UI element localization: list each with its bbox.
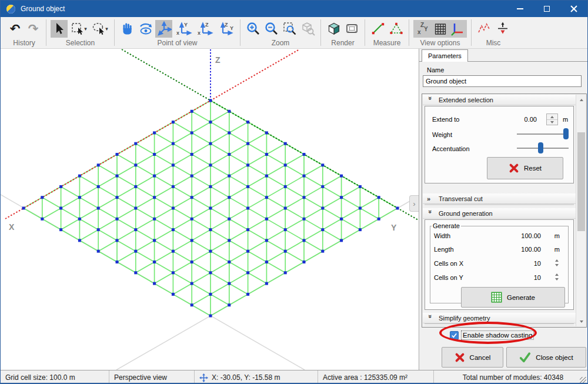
select-arrow-button[interactable] (51, 20, 68, 38)
section-header-ground-generation[interactable]: » Ground generation (423, 208, 576, 219)
orbit-view-button[interactable] (137, 20, 154, 38)
undo-button[interactable]: ↶ (6, 20, 24, 38)
triangle-down-icon (555, 264, 559, 266)
toggle-axes-button[interactable] (449, 20, 466, 38)
slider-track[interactable] (517, 133, 569, 135)
pan-hand-button[interactable] (119, 20, 136, 38)
panel-scrollbar[interactable] (576, 95, 586, 326)
tab-parameters[interactable]: Parameters (422, 49, 468, 62)
maximize-button[interactable] (533, 1, 560, 17)
double-chevron-right-icon: » (427, 195, 434, 202)
cells-on-x-value[interactable]: 10 (500, 260, 541, 267)
toolbar-separator (365, 19, 365, 46)
scrollbar-down-button[interactable] (576, 316, 586, 326)
zoom-in-icon (246, 21, 261, 36)
chevron-down-icon: ▾ (105, 26, 108, 32)
checkmark-icon (451, 332, 457, 339)
status-cursor-coords-cell: X: -30.05, Y: -15.58 m (195, 370, 318, 384)
rect-select-button[interactable]: ▾ (69, 20, 89, 38)
viewport-3d[interactable]: Z X Y › (1, 49, 419, 370)
window-title: Ground object (21, 5, 65, 13)
cells-on-y-value[interactable]: 10 (500, 274, 541, 281)
weight-slider[interactable] (517, 128, 569, 139)
resize-grip[interactable] (580, 377, 586, 383)
toolbar-group-label: View options (420, 39, 460, 47)
extend-to-label: Extend to (432, 116, 459, 123)
shadow-casting-checkbox[interactable] (450, 331, 459, 340)
redo-button[interactable]: ↷ (25, 20, 42, 38)
toolbar: ↶ ↷ History ▾ ▾ Selection (1, 17, 587, 49)
accentuation-slider-handle[interactable] (538, 142, 543, 153)
terrain-profile-button[interactable] (476, 20, 493, 38)
section-header-transversal-cut[interactable]: » Transversal cut (423, 193, 576, 204)
move-cursor-icon (199, 373, 208, 382)
zy-plane-icon: ZY (217, 21, 235, 36)
scrollbar-thumb[interactable] (577, 132, 585, 231)
zoom-window-button[interactable] (281, 20, 298, 38)
width-label: Width (434, 232, 450, 239)
measure-length-button[interactable] (369, 20, 386, 38)
extend-to-spinner[interactable] (546, 113, 558, 125)
view-xy-button[interactable]: xY (173, 20, 193, 38)
toolbar-group-label: Zoom (272, 39, 290, 47)
spinner-down-button[interactable] (547, 119, 557, 125)
length-unit: m (554, 246, 560, 253)
section-header-simplify-geometry[interactable]: » Simplify geometry (423, 313, 576, 323)
length-label: Length (434, 246, 454, 253)
zoom-extents-button[interactable] (299, 20, 316, 38)
minimize-button[interactable] (506, 1, 533, 17)
width-value[interactable]: 100.00 (500, 232, 541, 239)
viewport-canvas[interactable]: Z X Y (1, 49, 419, 370)
wireframe-box-icon (345, 21, 360, 36)
section-header-extended-selection[interactable]: » Extended selection (423, 95, 576, 105)
render-wireframe-button[interactable] (343, 20, 360, 38)
render-solid-button[interactable] (325, 20, 342, 38)
toggle-grid-button[interactable] (432, 20, 449, 38)
status-total-modules: Total number of modules: 40348 (463, 373, 563, 382)
cells-x-spinner[interactable] (555, 259, 559, 266)
panel-collapse-button[interactable]: › (409, 195, 419, 212)
reset-button[interactable]: Reset (487, 157, 563, 179)
axis-label-y: Y (391, 223, 397, 232)
section-title: Extended selection (439, 96, 493, 103)
profile-zigzag-icon (477, 21, 492, 36)
lasso-select-button[interactable]: ▾ (90, 20, 110, 38)
zoom-out-button[interactable] (263, 20, 280, 38)
toolbar-separator (471, 19, 472, 46)
move-axes-icon (156, 21, 172, 36)
zoom-extents-icon (300, 21, 316, 36)
toolbar-group-misc: Misc (472, 17, 514, 48)
toggle-axis-labels-button[interactable]: ZYx (415, 20, 432, 38)
close-object-button[interactable]: Close object (506, 347, 586, 368)
length-value[interactable]: 100.00 (500, 246, 541, 253)
generate-button[interactable]: Generate (461, 287, 565, 308)
name-input[interactable] (423, 75, 582, 87)
cells-y-spinner[interactable] (555, 273, 559, 281)
orbit-eye-icon (138, 21, 153, 36)
toolbar-group-point-of-view: xY xZ ZY Point of view (115, 17, 239, 48)
toolbar-group-history: ↶ ↷ History (3, 17, 45, 48)
minimize-icon (517, 8, 523, 9)
spinner-up-button[interactable] (547, 114, 557, 119)
measure-area-button[interactable] (387, 20, 405, 38)
view-xz-button[interactable]: xZ (195, 20, 215, 38)
ground-generation-box: Generate Width 100.00 m Length 100.00 m … (425, 219, 574, 310)
close-button[interactable] (560, 1, 587, 17)
toolbar-group-render: Render (322, 17, 364, 48)
view-zy-button[interactable]: ZY (216, 20, 236, 38)
xz-plane-icon: xZ (196, 21, 213, 36)
zoom-in-button[interactable] (245, 20, 262, 38)
extend-to-value[interactable]: 0.00 (496, 116, 537, 123)
accentuation-label: Accentuation (432, 145, 470, 152)
shadow-casting-row[interactable]: Enable shadow casting (450, 330, 534, 340)
cancel-button[interactable]: Cancel (442, 347, 503, 368)
scrollbar-up-button[interactable] (576, 95, 586, 105)
move-view-button[interactable] (155, 20, 172, 38)
toolbar-separator (409, 19, 409, 46)
svg-text:x: x (198, 30, 201, 36)
altitude-tool-button[interactable] (494, 20, 511, 38)
zoom-window-icon (282, 21, 298, 36)
weight-slider-handle[interactable] (563, 128, 569, 139)
accentuation-slider[interactable] (517, 142, 569, 153)
generate-fieldset-legend: Generate (432, 222, 461, 229)
